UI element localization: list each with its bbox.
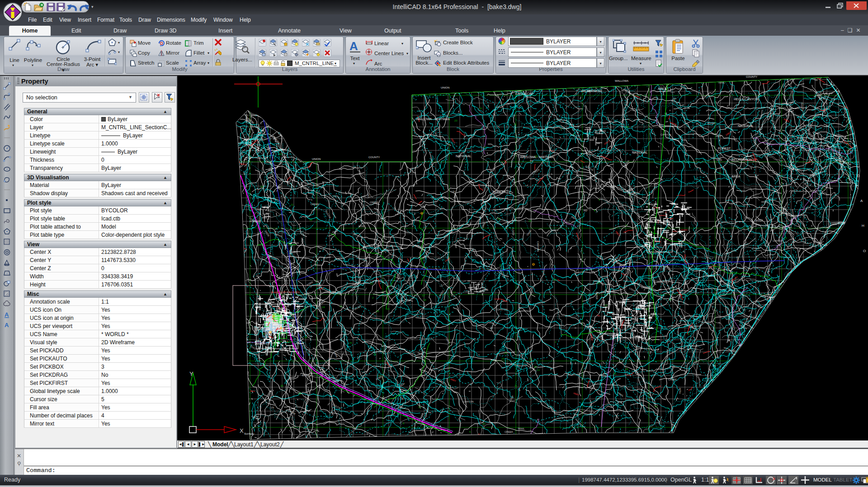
- svg-text:17: 17: [671, 288, 674, 291]
- svg-text:CANYON: CANYON: [660, 133, 671, 136]
- svg-text:CREEK: CREEK: [668, 378, 677, 381]
- svg-text:RIVER: RIVER: [595, 292, 598, 300]
- svg-text:BAKER CITY VICINITY: BAKER CITY VICINITY: [271, 291, 300, 294]
- svg-text:CREEK: CREEK: [505, 431, 513, 433]
- svg-text:31: 31: [613, 372, 617, 375]
- svg-text:16: 16: [604, 304, 608, 307]
- svg-text:UNION: UNION: [441, 86, 449, 89]
- svg-text:28: 28: [625, 368, 628, 370]
- svg-text:15: 15: [298, 392, 302, 395]
- svg-text:A: A: [860, 199, 863, 203]
- svg-text:I: I: [793, 261, 793, 265]
- svg-text:33: 33: [309, 219, 312, 221]
- svg-text:26: 26: [528, 220, 532, 222]
- svg-text:O: O: [701, 389, 703, 393]
- svg-text:CREEK: CREEK: [311, 203, 319, 206]
- svg-text:11: 11: [291, 203, 294, 206]
- svg-text:13: 13: [422, 294, 425, 297]
- svg-text:MTN: MTN: [736, 257, 739, 262]
- svg-text:RIVER: RIVER: [302, 374, 310, 377]
- svg-text:RD: RD: [584, 209, 587, 212]
- svg-text:26: 26: [376, 310, 379, 313]
- svg-text:NATIONAL: NATIONAL: [456, 155, 472, 158]
- svg-text:24: 24: [304, 336, 307, 339]
- svg-text:HELLS CANYON: HELLS CANYON: [734, 98, 758, 101]
- svg-text:21: 21: [418, 406, 421, 408]
- svg-text:CANYON: CANYON: [497, 308, 508, 311]
- svg-text:12: 12: [625, 345, 628, 348]
- svg-text:O: O: [863, 249, 866, 253]
- svg-text:UNION: UNION: [312, 158, 321, 160]
- svg-text:WALLOWA: WALLOWA: [615, 80, 628, 82]
- svg-text:MTN: MTN: [717, 159, 722, 161]
- svg-text:GULCH: GULCH: [819, 91, 822, 100]
- svg-text:14: 14: [504, 352, 507, 355]
- svg-text:35: 35: [534, 365, 537, 368]
- svg-text:WALLOWA - WHITMAN: WALLOWA - WHITMAN: [416, 117, 450, 121]
- svg-text:COUNTY: COUNTY: [368, 156, 380, 159]
- svg-text:NATIONAL: NATIONAL: [632, 151, 648, 154]
- svg-text:RIVER: RIVER: [627, 192, 635, 195]
- svg-text:26: 26: [349, 342, 352, 344]
- svg-text:36: 36: [316, 369, 319, 372]
- svg-text:24: 24: [322, 306, 325, 309]
- svg-text:GULCH: GULCH: [801, 103, 803, 111]
- svg-text:Y: Y: [189, 370, 193, 377]
- svg-text:AREA: AREA: [658, 87, 666, 90]
- svg-text:31: 31: [514, 384, 518, 387]
- svg-text:29: 29: [736, 117, 739, 120]
- svg-text:26: 26: [501, 357, 505, 360]
- svg-text:H: H: [713, 364, 716, 368]
- svg-text:23: 23: [370, 282, 373, 285]
- svg-text:CREEK: CREEK: [370, 201, 378, 204]
- svg-text:11: 11: [537, 369, 540, 371]
- svg-text:RIVER: RIVER: [755, 219, 763, 222]
- svg-text:RECREATION: RECREATION: [731, 158, 752, 161]
- svg-text:23: 23: [387, 308, 390, 310]
- svg-text:X: X: [240, 427, 244, 434]
- svg-text:36: 36: [654, 215, 657, 218]
- svg-text:12: 12: [340, 305, 343, 308]
- svg-text:WALLOWA - WHITMAN: WALLOWA - WHITMAN: [520, 155, 554, 159]
- svg-text:CANYON: CANYON: [537, 241, 539, 252]
- svg-text:12: 12: [482, 422, 486, 425]
- svg-text:RD: RD: [367, 194, 370, 197]
- svg-text:D: D: [857, 174, 860, 178]
- svg-text:17: 17: [483, 146, 486, 149]
- svg-text:36: 36: [646, 308, 649, 310]
- svg-text:33: 33: [497, 217, 500, 220]
- svg-text:LOOP: LOOP: [512, 229, 514, 236]
- svg-text:30: 30: [279, 153, 282, 155]
- svg-text:A: A: [5, 311, 9, 318]
- svg-text:D: D: [758, 304, 760, 308]
- svg-text:18: 18: [626, 126, 629, 128]
- svg-text:18: 18: [423, 299, 426, 301]
- svg-text:10: 10: [718, 172, 722, 174]
- svg-text:22: 22: [543, 138, 546, 140]
- svg-text:FOREST: FOREST: [250, 220, 261, 223]
- svg-text:TRAIL: TRAIL: [518, 427, 525, 430]
- svg-text:BAKER CITY: BAKER CITY: [256, 342, 272, 345]
- svg-text:COUNTY: COUNTY: [746, 76, 757, 78]
- svg-text:A: A: [728, 338, 731, 342]
- svg-text:20: 20: [260, 185, 264, 188]
- svg-text:32: 32: [655, 405, 658, 408]
- svg-text:30: 30: [479, 107, 482, 110]
- svg-text:22: 22: [597, 282, 600, 285]
- svg-text:LN: LN: [271, 406, 274, 409]
- svg-text:FOREST: FOREST: [493, 190, 506, 193]
- svg-text:22: 22: [752, 262, 755, 264]
- svg-text:A: A: [349, 39, 358, 53]
- svg-text:34: 34: [377, 266, 380, 268]
- svg-text:FOREST: FOREST: [718, 147, 731, 150]
- svg-text:27: 27: [822, 188, 825, 191]
- svg-text:35: 35: [420, 258, 424, 260]
- svg-text:14: 14: [453, 291, 456, 294]
- svg-text:23: 23: [454, 119, 458, 122]
- svg-text:11: 11: [373, 353, 377, 356]
- svg-text:CANYON: CANYON: [773, 239, 783, 242]
- svg-text:10: 10: [529, 357, 532, 360]
- svg-text:RIVER: RIVER: [708, 122, 715, 125]
- svg-text:EAGLE CAP: EAGLE CAP: [515, 92, 533, 95]
- svg-text:H: H: [862, 224, 864, 228]
